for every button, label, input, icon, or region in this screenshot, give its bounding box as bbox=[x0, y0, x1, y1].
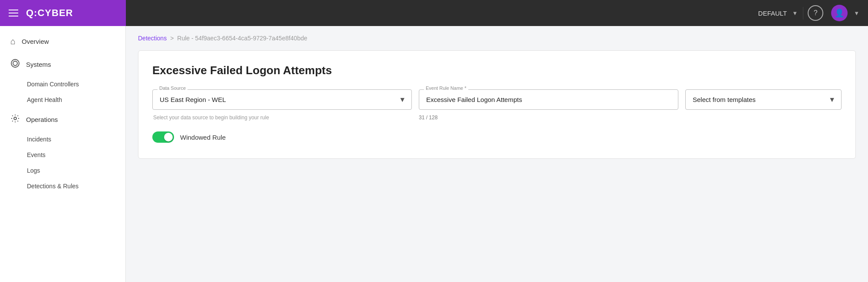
detections-rules-label: Detections & Rules bbox=[27, 183, 79, 190]
hamburger-menu[interactable] bbox=[9, 10, 18, 16]
sidebar-item-incidents[interactable]: Incidents bbox=[0, 131, 125, 147]
workspace-selector[interactable]: DEFAULT ▼ bbox=[753, 7, 803, 20]
sidebar-item-agent-health[interactable]: Agent Health bbox=[0, 92, 125, 108]
sidebar-item-operations[interactable]: Operations bbox=[0, 108, 125, 131]
avatar-icon: 👤 bbox=[835, 8, 844, 18]
data-source-hint: Select your data source to begin buildin… bbox=[152, 115, 269, 121]
breadcrumb-current-page: Rule - 54f9aec3-6654-4ca5-9729-7a45e8f40… bbox=[177, 35, 307, 42]
domain-controllers-label: Domain Controllers bbox=[27, 81, 79, 88]
svg-point-0 bbox=[14, 117, 16, 120]
event-rule-name-input[interactable] bbox=[419, 89, 678, 110]
incidents-label: Incidents bbox=[27, 136, 51, 143]
systems-icon bbox=[10, 59, 20, 70]
sidebar: ⌂ Overview Systems Domain Controllers Ag… bbox=[0, 26, 126, 282]
systems-label: Systems bbox=[26, 61, 51, 68]
sidebar-item-logs[interactable]: Logs bbox=[0, 163, 125, 178]
workspace-label: DEFAULT bbox=[758, 10, 787, 17]
user-chevron[interactable]: ▼ bbox=[854, 10, 859, 16]
card-title: Excessive Failed Logon Attempts bbox=[152, 64, 842, 77]
data-source-field: Data Source US East Region - WEL ▼ bbox=[152, 89, 412, 110]
event-rule-name-field: Event Rule Name * bbox=[419, 89, 678, 110]
operations-icon bbox=[10, 114, 20, 125]
rule-card: Excessive Failed Logon Attempts Data Sou… bbox=[138, 50, 856, 159]
breadcrumb-separator: > bbox=[170, 35, 174, 42]
windowed-rule-label: Windowed Rule bbox=[180, 134, 226, 141]
topnav-right: DEFAULT ▼ ? 👤 ▼ bbox=[753, 5, 859, 21]
event-rule-name-label: Event Rule Name * bbox=[424, 85, 468, 91]
overview-label: Overview bbox=[22, 38, 49, 45]
windowed-rule-row: Windowed Rule bbox=[152, 131, 842, 143]
windowed-rule-toggle[interactable] bbox=[152, 131, 174, 143]
templates-field: Select from templates ▼ bbox=[685, 89, 842, 110]
breadcrumb: Detections > Rule - 54f9aec3-6654-4ca5-9… bbox=[138, 35, 856, 42]
data-source-label: Data Source bbox=[158, 85, 187, 91]
topnav: Q:CYBER DEFAULT ▼ ? 👤 ▼ bbox=[0, 0, 868, 26]
sidebar-item-detections-rules[interactable]: Detections & Rules bbox=[0, 178, 125, 194]
user-avatar[interactable]: 👤 bbox=[831, 5, 848, 21]
content-area: Detections > Rule - 54f9aec3-6654-4ca5-9… bbox=[126, 26, 868, 282]
sidebar-item-events[interactable]: Events bbox=[0, 147, 125, 163]
main-layout: ⌂ Overview Systems Domain Controllers Ag… bbox=[0, 26, 868, 282]
help-icon: ? bbox=[814, 9, 818, 17]
help-button[interactable]: ? bbox=[808, 5, 823, 21]
char-count: 31 / 128 bbox=[419, 115, 437, 121]
workspace-chevron: ▼ bbox=[792, 10, 798, 16]
char-count-area: 31 / 128 bbox=[419, 113, 678, 121]
home-icon: ⌂ bbox=[10, 36, 16, 46]
sidebar-item-systems[interactable]: Systems bbox=[0, 52, 125, 76]
breadcrumb-detections-link[interactable]: Detections bbox=[138, 35, 167, 42]
agent-health-label: Agent Health bbox=[27, 96, 62, 103]
hints-row: Select your data source to begin buildin… bbox=[152, 113, 842, 121]
brand-logo: Q:CYBER bbox=[26, 7, 73, 19]
brand-area: Q:CYBER bbox=[0, 0, 126, 26]
sidebar-item-domain-controllers[interactable]: Domain Controllers bbox=[0, 76, 125, 92]
sidebar-item-overview[interactable]: ⌂ Overview bbox=[0, 30, 125, 52]
operations-label: Operations bbox=[26, 116, 58, 123]
data-source-hint-area: Select your data source to begin buildin… bbox=[152, 113, 412, 121]
toggle-thumb bbox=[164, 133, 173, 141]
templates-select[interactable]: Select from templates bbox=[685, 89, 842, 110]
logs-label: Logs bbox=[27, 167, 40, 174]
form-row: Data Source US East Region - WEL ▼ Event… bbox=[152, 89, 842, 110]
events-label: Events bbox=[27, 151, 46, 158]
data-source-select[interactable]: US East Region - WEL bbox=[152, 89, 412, 110]
